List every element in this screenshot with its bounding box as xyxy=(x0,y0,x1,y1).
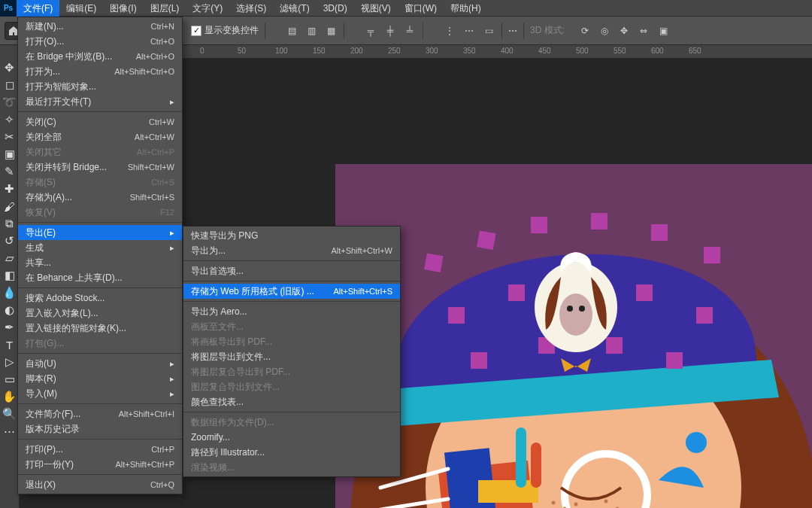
file-menu-item-label: 关闭全部 xyxy=(26,131,62,144)
blur-tool-icon[interactable]: 💧 xyxy=(1,284,19,301)
file-menu-item[interactable]: 打开为...Alt+Shift+Ctrl+O xyxy=(18,64,182,79)
3d-cam-icon[interactable]: ▣ xyxy=(656,24,670,38)
file-menu-item[interactable]: 存储为(A)...Shift+Ctrl+S xyxy=(18,190,182,205)
export-menu-item[interactable]: 颜色查找表... xyxy=(183,394,400,409)
shape-tool-icon[interactable]: ▭ xyxy=(1,371,19,388)
align-right-icon[interactable]: ▦ xyxy=(324,24,338,38)
type-tool-icon[interactable]: T xyxy=(1,336,19,353)
3d-orbit-icon[interactable]: ⟳ xyxy=(578,24,592,38)
eyedropper-tool-icon[interactable]: ✎ xyxy=(1,163,19,180)
export-menu-item[interactable]: 导出为 Aero... xyxy=(183,304,400,319)
menu-separator xyxy=(183,260,400,261)
wand-tool-icon[interactable]: ✧ xyxy=(1,111,19,128)
svg-rect-2 xyxy=(424,253,443,272)
file-menu-item[interactable]: 文件简介(F)...Alt+Shift+Ctrl+I xyxy=(18,406,182,421)
file-menu-item[interactable]: 置入嵌入对象(L)... xyxy=(18,306,182,321)
file-menu-item[interactable]: 导入(M) xyxy=(18,386,182,401)
menu-3d[interactable]: 3D(D) xyxy=(317,0,354,17)
file-menu-item[interactable]: 新建(N)...Ctrl+N xyxy=(18,19,182,34)
dist-gap-icon[interactable]: ▭ xyxy=(482,24,495,38)
more-options-icon[interactable]: ⋯ xyxy=(508,26,517,36)
file-menu-item: 关闭其它Alt+Ctrl+P xyxy=(18,144,182,160)
export-menu-item[interactable]: 存储为 Web 所用格式 (旧版) ...Alt+Shift+Ctrl+S xyxy=(183,284,400,299)
file-menu-item[interactable]: 导出(E) xyxy=(18,225,182,240)
valign-bot-icon[interactable]: ╧ xyxy=(403,24,417,38)
3d-roll-icon[interactable]: ◎ xyxy=(598,24,611,38)
file-menu-item[interactable]: 在 Behance 上共享(D)... xyxy=(18,270,182,285)
dist-v-icon[interactable]: ⋯ xyxy=(462,24,476,38)
3d-slide-icon[interactable]: ⇔ xyxy=(637,24,650,38)
show-transform-label: 显示变换控件 xyxy=(205,24,259,37)
file-menu-item-label: 打开为... xyxy=(26,65,60,78)
menu-select[interactable]: 选择(S) xyxy=(229,0,273,17)
menu-file[interactable]: 文件(F) xyxy=(17,0,59,17)
file-menu-item-label: 恢复(V) xyxy=(26,206,56,219)
export-menu-item[interactable]: 快速导出为 PNG xyxy=(183,228,400,243)
file-menu-item[interactable]: 打印一份(Y)Alt+Shift+Ctrl+P xyxy=(18,457,182,472)
menu-image[interactable]: 图像(I) xyxy=(103,0,143,17)
history-brush-icon[interactable]: ↺ xyxy=(1,233,19,249)
crop-tool-icon[interactable]: ✂ xyxy=(1,129,19,145)
menu-window[interactable]: 窗口(W) xyxy=(398,0,444,17)
ruler-tick: 0 xyxy=(200,47,205,55)
menu-view[interactable]: 视图(V) xyxy=(354,0,398,17)
ruler-tick: 100 xyxy=(275,47,288,55)
path-tool-icon[interactable]: ▷ xyxy=(1,354,19,370)
file-menu-item[interactable]: 在 Bridge 中浏览(B)...Alt+Ctrl+O xyxy=(18,49,182,64)
file-menu-item[interactable]: 搜索 Adobe Stock... xyxy=(18,291,182,306)
stamp-tool-icon[interactable]: ⧉ xyxy=(1,215,19,232)
file-menu-item[interactable]: 共享... xyxy=(18,255,182,270)
file-menu-item[interactable]: 关闭并转到 Bridge...Shift+Ctrl+W xyxy=(18,160,182,175)
file-menu-item[interactable]: 版本历史记录 xyxy=(18,421,182,437)
dodge-tool-icon[interactable]: ◐ xyxy=(1,302,19,318)
export-menu-item[interactable]: 路径到 Illustrator... xyxy=(183,445,400,460)
file-menu-item-label: 打包(G)... xyxy=(26,337,64,350)
export-menu-item[interactable]: 将图层导出到文件... xyxy=(183,349,400,364)
file-menu-item[interactable]: 打开(O)...Ctrl+O xyxy=(18,34,182,49)
file-menu-item-label: 退出(X) xyxy=(26,479,56,491)
menu-filter[interactable]: 滤镜(T) xyxy=(273,0,316,17)
file-menu-item[interactable]: 脚本(R) xyxy=(18,371,182,386)
menu-edit[interactable]: 编辑(E) xyxy=(59,0,103,17)
export-menu-item[interactable]: Zoomify... xyxy=(183,430,400,445)
eraser-tool-icon[interactable]: ▱ xyxy=(1,250,19,266)
export-menu-item[interactable]: 导出首选项... xyxy=(183,263,400,278)
file-menu-item[interactable]: 关闭(C)Ctrl+W xyxy=(18,114,182,129)
frame-tool-icon[interactable]: ▣ xyxy=(1,146,19,163)
align-left-icon[interactable]: ▤ xyxy=(285,24,298,38)
menu-help[interactable]: 帮助(H) xyxy=(444,0,488,17)
file-menu-item[interactable]: 最近打开文件(T) xyxy=(18,94,182,109)
file-menu-item[interactable]: 生成 xyxy=(18,240,182,255)
ruler-tick: 50 xyxy=(238,47,246,55)
file-menu-item[interactable]: 退出(X)Ctrl+Q xyxy=(18,477,182,492)
edit-toolbar-icon[interactable]: ⋯ xyxy=(1,423,19,440)
zoom-tool-icon[interactable]: 🔍 xyxy=(1,406,19,422)
file-menu-item[interactable]: 打印(P)...Ctrl+P xyxy=(18,442,182,457)
svg-point-27 xyxy=(686,432,707,453)
brush-tool-icon[interactable]: 🖌 xyxy=(1,198,19,214)
valign-mid-icon[interactable]: ╪ xyxy=(383,24,397,38)
file-menu-item[interactable]: 关闭全部Alt+Ctrl+W xyxy=(18,129,182,144)
svg-point-37 xyxy=(604,500,608,503)
show-transform-checkbox[interactable]: ✓ xyxy=(191,26,201,36)
menu-layer[interactable]: 图层(L) xyxy=(144,0,186,17)
dist-h-icon[interactable]: ⋮ xyxy=(443,24,456,38)
file-menu-item[interactable]: 自动(U) xyxy=(18,356,182,371)
align-center-icon[interactable]: ▥ xyxy=(304,24,318,38)
heal-tool-icon[interactable]: ✚ xyxy=(1,181,19,197)
hand-tool-icon[interactable]: ✋ xyxy=(1,388,19,405)
gradient-tool-icon[interactable]: ◧ xyxy=(1,267,19,284)
marquee-tool-icon[interactable]: ◻ xyxy=(1,77,19,93)
valign-top-icon[interactable]: ╤ xyxy=(364,24,377,38)
menu-type[interactable]: 文字(Y) xyxy=(186,0,229,17)
export-menu-item[interactable]: 导出为...Alt+Shift+Ctrl+W xyxy=(183,243,400,258)
lasso-tool-icon[interactable]: ➰ xyxy=(1,94,19,111)
move-tool-icon[interactable]: ✥ xyxy=(1,59,19,76)
pen-tool-icon[interactable]: ✒ xyxy=(1,319,19,336)
file-menu-item-label: 自动(U) xyxy=(26,357,56,370)
3d-pan-icon[interactable]: ✥ xyxy=(617,24,631,38)
export-menu-item-label: 存储为 Web 所用格式 (旧版) ... xyxy=(191,285,314,298)
file-menu-item[interactable]: 置入链接的智能对象(K)... xyxy=(18,321,182,336)
export-menu-item: 将图层复合导出到 PDF... xyxy=(183,364,400,379)
file-menu-item[interactable]: 打开为智能对象... xyxy=(18,79,182,94)
